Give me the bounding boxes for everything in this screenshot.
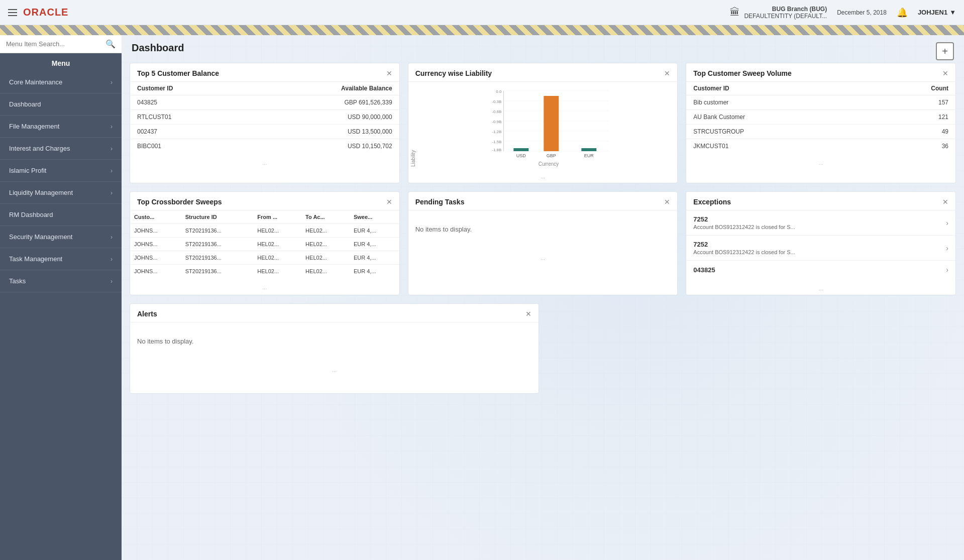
- chevron-right-icon: ›: [111, 79, 113, 86]
- exception-description: Account BOS912312422 is closed for S...: [693, 224, 795, 230]
- svg-text:-1.5B: -1.5B: [492, 140, 501, 144]
- svg-text:-1.2B: -1.2B: [492, 130, 501, 134]
- sidebar-item-interest-and-charges[interactable]: Interest and Charges ›: [0, 138, 122, 160]
- widget-body: 7252 Account BOS912312422 is closed for …: [686, 210, 955, 285]
- chevron-right-icon: ›: [111, 278, 113, 285]
- sidebar-item-label: Tasks: [9, 277, 111, 285]
- sidebar-item-tasks[interactable]: Tasks ›: [0, 270, 122, 292]
- customer: JOHNS...: [130, 224, 181, 238]
- balance: GBP 691,526,339: [247, 95, 399, 110]
- from-account: HEL02...: [253, 238, 301, 251]
- exception-item[interactable]: 043825 ›: [686, 261, 955, 279]
- x-axis-label: Currency: [420, 161, 678, 167]
- widget-pending-tasks: Pending Tasks ✕ No items to display. ···: [408, 191, 678, 295]
- table-row: Bib customer157: [686, 95, 955, 110]
- balance: USD 13,500,000: [247, 125, 399, 139]
- widget-footer: ···: [130, 159, 399, 169]
- widget-close-button[interactable]: ✕: [942, 69, 948, 77]
- sidebar-item-security-management[interactable]: Security Management ›: [0, 226, 122, 248]
- widget-top5-customer: Top 5 Customer Balance ✕ Customer ID Ava…: [130, 63, 400, 183]
- exception-item[interactable]: 7252 Account BOS912312422 is closed for …: [686, 210, 955, 236]
- to-account: HEL02...: [301, 224, 350, 238]
- widget-close-button[interactable]: ✕: [942, 198, 948, 206]
- sidebar-item-rm-dashboard[interactable]: RM Dashboard: [0, 204, 122, 226]
- branch-name: BUG Branch (BUG): [744, 6, 827, 13]
- customer-id: 002437: [130, 125, 247, 139]
- col-to: To Ac...: [301, 210, 350, 224]
- exception-number: 7252: [693, 215, 795, 223]
- svg-text:-0.6B: -0.6B: [492, 109, 501, 114]
- count: 49: [868, 125, 955, 139]
- table-row: JOHNS...ST20219136...HEL02...HEL02...EUR…: [130, 265, 399, 278]
- customer: JOHNS...: [130, 238, 181, 251]
- sidebar-item-islamic-profit[interactable]: Islamic Profit ›: [0, 160, 122, 182]
- chevron-right-icon: ›: [111, 189, 113, 196]
- dashboard-title: Dashboard: [132, 42, 184, 54]
- crossborder-table: Custo... Structure ID From ... To Ac... …: [130, 210, 399, 278]
- sweep-amount: EUR 4,...: [350, 265, 399, 278]
- chevron-right-icon: ›: [946, 266, 948, 274]
- table-row: STRCUSTGROUP49: [686, 125, 955, 139]
- y-axis-label: Liability: [408, 86, 420, 167]
- svg-rect-15: [513, 148, 528, 151]
- sidebar-item-label: Core Maintenance: [9, 78, 111, 86]
- sidebar-item-dashboard[interactable]: Dashboard: [0, 93, 122, 116]
- notification-icon[interactable]: 🔔: [897, 7, 908, 18]
- chevron-right-icon: ›: [111, 234, 113, 241]
- layout: 🔍 Menu Core Maintenance › Dashboard File…: [0, 35, 964, 560]
- entity-name: DEFAULTENTITY (DEFAULT...: [744, 13, 827, 20]
- branch-date: December 5, 2018: [837, 9, 887, 16]
- count: 157: [868, 95, 955, 110]
- hamburger-menu[interactable]: [8, 9, 17, 16]
- dashboard-row-2: Top Crossborder Sweeps ✕ Custo... Struct…: [122, 187, 964, 299]
- widget-close-button[interactable]: ✕: [525, 310, 531, 318]
- sidebar-item-label: Dashboard: [9, 100, 113, 108]
- alerts-empty-msg: No items to display.: [130, 322, 539, 360]
- count: 121: [868, 110, 955, 125]
- widget-body: Customer ID Count Bib customer157AU Bank…: [686, 82, 955, 159]
- svg-rect-17: [581, 148, 596, 151]
- sidebar-item-label: Interest and Charges: [9, 145, 111, 152]
- widget-close-button[interactable]: ✕: [664, 198, 670, 206]
- widget-title: Currency wise Liability: [415, 69, 492, 77]
- exception-item[interactable]: 7252 Account BOS912312422 is closed for …: [686, 236, 955, 261]
- widget-top-sweep: Top Customer Sweep Volume ✕ Customer ID …: [686, 63, 956, 183]
- sidebar-item-liquidity-management[interactable]: Liquidity Management ›: [0, 182, 122, 204]
- widget-body: Customer ID Available Balance 043825GBP …: [130, 82, 399, 159]
- oracle-logo: ORACLE: [23, 7, 68, 18]
- main-content: Dashboard + Top 5 Customer Balance ✕ Cus…: [122, 35, 964, 560]
- customer-id: 043825: [130, 95, 247, 110]
- balance: USD 90,000,000: [247, 110, 399, 125]
- exceptions-list: 7252 Account BOS912312422 is closed for …: [686, 210, 955, 279]
- sidebar-item-file-management[interactable]: File Management ›: [0, 116, 122, 138]
- customer-id: AU Bank Customer: [686, 110, 868, 125]
- sidebar-item-label: Islamic Profit: [9, 167, 111, 174]
- customer: JOHNS...: [130, 251, 181, 265]
- chevron-right-icon: ›: [111, 145, 113, 152]
- sweep-volume-table: Customer ID Count Bib customer157AU Bank…: [686, 82, 955, 153]
- search-input[interactable]: [6, 40, 105, 48]
- widget-close-button[interactable]: ✕: [664, 69, 670, 77]
- customer-id: RTLCUST01: [130, 110, 247, 125]
- col-sweep: Swee...: [350, 210, 399, 224]
- col-count: Count: [868, 82, 955, 95]
- to-account: HEL02...: [301, 265, 350, 278]
- widget-header: Exceptions ✕: [686, 192, 955, 210]
- sidebar-item-task-management[interactable]: Task Management ›: [0, 248, 122, 270]
- sidebar-item-label: Task Management: [9, 255, 111, 263]
- widget-body: Liability: [408, 82, 678, 173]
- sidebar-item-label: File Management: [9, 123, 111, 130]
- sidebar-item-label: Liquidity Management: [9, 189, 111, 196]
- table-row: BIBC001USD 10,150,702: [130, 139, 399, 154]
- structure-id: ST20219136...: [181, 238, 254, 251]
- widget-body: Custo... Structure ID From ... To Ac... …: [130, 210, 399, 284]
- user-menu[interactable]: JOHJEN1 ▼: [918, 9, 956, 16]
- widget-close-button[interactable]: ✕: [386, 69, 392, 77]
- to-account: HEL02...: [301, 238, 350, 251]
- svg-text:GBP: GBP: [546, 153, 556, 158]
- add-widget-button[interactable]: +: [936, 42, 954, 60]
- table-row: JOHNS...ST20219136...HEL02...HEL02...EUR…: [130, 238, 399, 251]
- sidebar-item-core-maintenance[interactable]: Core Maintenance ›: [0, 71, 122, 93]
- widget-close-button[interactable]: ✕: [386, 198, 392, 206]
- from-account: HEL02...: [253, 224, 301, 238]
